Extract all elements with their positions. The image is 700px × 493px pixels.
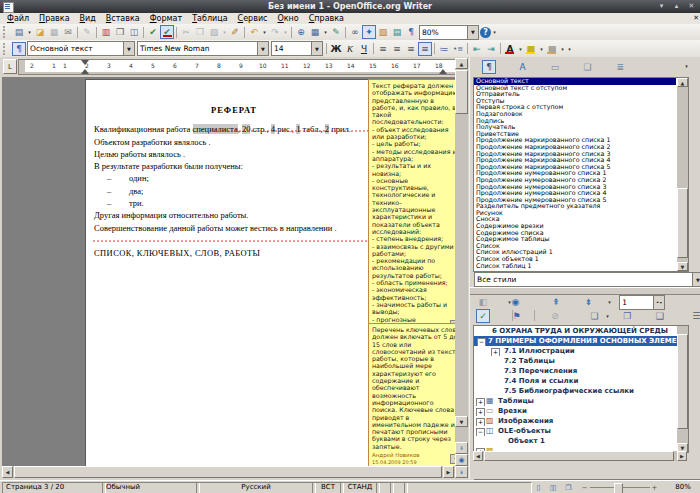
scroll-left-icon[interactable]: ◀ — [473, 451, 483, 461]
scroll-down-icon[interactable]: ▼ — [677, 262, 688, 271]
font-size-combobox[interactable]: 14 ▼ — [271, 41, 323, 56]
panel-splitter[interactable] — [470, 287, 700, 295]
style-item[interactable]: Список таблиц 1 — [474, 263, 676, 270]
frame-styles-icon[interactable]: ▭ — [548, 61, 562, 74]
expand-icon[interactable]: + — [476, 398, 485, 407]
tree-item[interactable]: 7.4 Поля и ссылки — [474, 376, 688, 386]
background-color-icon[interactable]: ▩ — [545, 42, 559, 55]
style-item[interactable]: Получатель — [474, 124, 676, 131]
doc-paragraph[interactable]: Другая информация относительно работы. — [94, 209, 374, 221]
menu-file[interactable]: Файл — [2, 14, 34, 24]
doc-keywords[interactable]: СПИСОК, КЛЮЧЕВЫХ, СЛОВ, РАБОТЫ — [94, 247, 374, 259]
horizontal-ruler[interactable]: 2 1 1 2 3 4 5 6 7 8 9 10 11 12 13 14 15 … — [18, 59, 466, 75]
navigator-toggle-icon[interactable]: ◧ — [476, 296, 490, 309]
style-item[interactable]: Продолжение нумерованного списка 4 — [474, 190, 676, 197]
hyperlink-icon[interactable]: ⊕ — [294, 26, 308, 39]
highlighting-icon[interactable]: ▆ — [524, 42, 538, 55]
next-page-icon[interactable]: ⇟ — [455, 466, 468, 478]
menu-insert[interactable]: Вставка — [101, 14, 145, 24]
doc-list-item[interactable]: –три. — [94, 197, 374, 209]
doc-title[interactable]: РЕФЕРАТ — [94, 104, 374, 116]
previous-icon[interactable]: ⇞ — [549, 296, 563, 309]
scroll-up-icon[interactable]: ▲ — [677, 78, 688, 87]
zoom-combobox[interactable]: 80% ▼ — [419, 25, 479, 40]
style-item[interactable]: Отправитель — [474, 91, 676, 98]
style-dropdown-icon[interactable]: ▼ — [123, 42, 134, 55]
tab-type-selector[interactable]: L — [3, 59, 17, 74]
comment-note-2[interactable]: Перечень ключевых слов должен включать о… — [368, 323, 455, 466]
heading-levels-3-icon[interactable]: ❑ — [653, 310, 667, 323]
tree-item[interactable]: +▭Врезки — [474, 406, 688, 416]
menu-tools[interactable]: Сервис — [233, 14, 273, 24]
doc-paragraph[interactable]: В результате разработки были получены: — [94, 160, 374, 172]
scrollbar-thumb[interactable] — [677, 334, 688, 429]
maximize-icon[interactable]: ▴ — [671, 0, 682, 12]
left-indent-marker[interactable] — [81, 69, 89, 74]
decrease-indent-icon[interactable]: ⇤ — [470, 42, 484, 55]
align-justify-icon[interactable]: ≡ — [418, 42, 432, 56]
scroll-down-icon[interactable]: ▼ — [455, 416, 468, 427]
status-page-style[interactable]: Обычный — [102, 482, 200, 493]
find-replace-icon[interactable]: ∞ — [348, 26, 362, 39]
style-item[interactable]: Содержимое списка — [474, 230, 676, 237]
open-icon[interactable]: ◪ — [33, 26, 47, 39]
new-document-dropdown-icon[interactable]: ▾ — [26, 29, 33, 35]
collapse-icon[interactable]: − — [477, 338, 486, 347]
style-filter-dropdown-icon[interactable]: ▼ — [692, 273, 700, 286]
toolbar-overflow-icon[interactable]: ▾ — [566, 46, 573, 52]
document-close-icon[interactable]: ✕ — [693, 13, 699, 24]
doc-list-item[interactable]: –один; — [94, 172, 374, 184]
style-item[interactable]: Сноска — [474, 216, 676, 223]
zoom-dropdown-icon[interactable]: ▼ — [467, 26, 478, 39]
page-number-spinner[interactable]: 1 ⯅⯆ — [619, 295, 665, 310]
help-icon[interactable]: ? — [480, 27, 491, 38]
copy-icon[interactable]: ❐ — [193, 26, 207, 39]
style-item[interactable]: Продолжение маркированного списка 5 — [474, 164, 676, 171]
menu-help[interactable]: Справка — [304, 14, 349, 24]
font-dropdown-icon[interactable]: ▼ — [257, 42, 268, 55]
font-color-icon[interactable]: А — [503, 42, 517, 55]
content-view-icon[interactable]: ✓ — [476, 309, 490, 323]
paste-dropdown-icon[interactable]: ▾ — [221, 29, 228, 35]
align-right-icon[interactable]: ≡ — [404, 42, 418, 55]
new-document-icon[interactable]: ▤ — [12, 26, 26, 39]
doc-paragraph[interactable]: Совершенствование данной работы может ве… — [94, 222, 374, 234]
next-icon[interactable]: ⇟ — [582, 296, 596, 309]
page-preview-icon[interactable]: ◫ — [127, 26, 141, 39]
nonprinting-characters-icon[interactable]: ¶ — [404, 26, 418, 39]
print-icon[interactable]: ❒ — [113, 26, 127, 39]
style-item[interactable]: Рисунок — [474, 210, 676, 217]
save-icon[interactable]: ▦ — [47, 26, 61, 39]
comment-note-1[interactable]: Текст реферата должен отображать информа… — [368, 79, 455, 333]
format-paintbrush-icon[interactable]: ✐ — [228, 26, 242, 39]
style-filter-combobox[interactable]: Все стили ▼ — [474, 272, 700, 287]
highlighting-dropdown-icon[interactable]: ▾ — [538, 46, 545, 52]
redo-dropdown-icon[interactable]: ▾ — [282, 29, 289, 35]
draw-functions-icon[interactable]: ✎ — [329, 26, 343, 39]
style-item[interactable]: Основной текст с отступом — [474, 85, 676, 92]
style-item[interactable]: Приветствие — [474, 131, 676, 138]
style-item[interactable]: Первая строка с отступом — [474, 104, 676, 111]
font-name-combobox[interactable]: Times New Roman ▼ — [137, 41, 269, 56]
tree-item[interactable]: 7.3 Перечисления — [474, 366, 688, 376]
style-item[interactable]: Продолжение нумерованного списка 2 — [474, 177, 676, 184]
toolbar-overflow-icon[interactable]: ▾ — [491, 29, 498, 35]
outline-level-dropdown-icon[interactable]: ▾ — [604, 313, 611, 319]
expand-icon[interactable]: + — [476, 408, 485, 417]
list-styles-icon[interactable]: ≣ — [613, 61, 627, 74]
view-two-pages-icon[interactable]: ▯▯ — [546, 482, 559, 493]
doc-paragraph[interactable]: Объектом разработки являлось . — [94, 136, 374, 148]
style-item[interactable]: Продолжение маркированного списка 1 — [474, 137, 676, 144]
minimize-icon[interactable]: ▾ — [656, 0, 667, 12]
data-sources-icon[interactable]: ▤ — [390, 26, 404, 39]
scrollbar-thumb[interactable] — [455, 70, 468, 114]
autospellcheck-icon[interactable]: ✔ — [160, 25, 174, 39]
style-item[interactable]: Продолжение нумерованного списка 3 — [474, 184, 676, 191]
tree-item[interactable]: Объект 1 — [474, 436, 688, 446]
tree-item[interactable]: +7.1 Иллюстрации — [474, 346, 688, 356]
undo-dropdown-icon[interactable]: ▾ — [261, 29, 268, 35]
tree-item[interactable]: 6 ОХРАНА ТРУДА И ОКРУЖАЮЩЕЙ СРЕДЫ — [474, 326, 688, 336]
style-item[interactable]: Список — [474, 243, 676, 250]
scrollbar-thumb[interactable] — [14, 466, 442, 478]
tree-hscrollbar[interactable]: ◀ ▶ — [473, 451, 687, 461]
